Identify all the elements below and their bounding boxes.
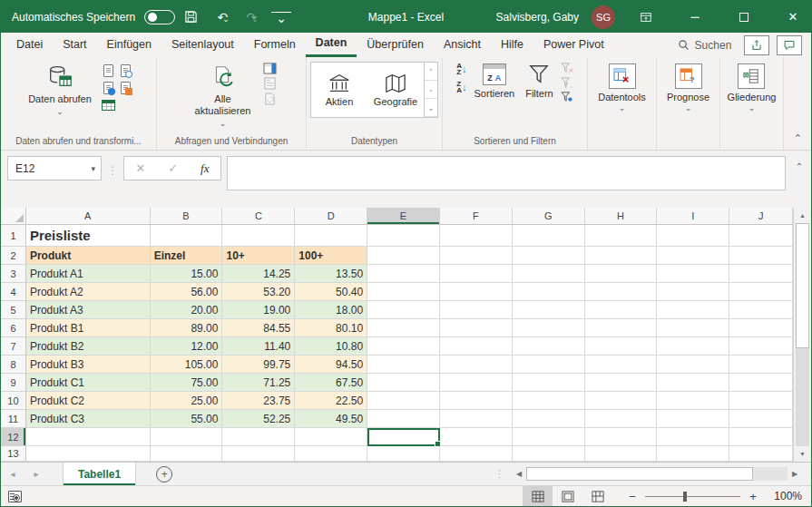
undo-button[interactable]: ↶⌄ <box>213 10 233 24</box>
cell-J12[interactable] <box>729 428 793 446</box>
edit-links-button[interactable] <box>263 93 277 105</box>
enter-icon[interactable]: ✓ <box>168 161 178 175</box>
cell-B4[interactable]: 56.00 <box>151 283 223 301</box>
column-header-D[interactable]: D <box>295 208 367 224</box>
cell-B5[interactable]: 20.00 <box>151 301 223 319</box>
cell-I4[interactable] <box>657 283 729 301</box>
cell-G12[interactable] <box>513 428 585 446</box>
sheet-tab-tabelle1[interactable]: Tabelle1 <box>63 463 136 485</box>
cell-A6[interactable]: Produkt B1 <box>26 319 151 337</box>
cell-A13[interactable] <box>26 446 151 462</box>
row-header-2[interactable]: 2 <box>1 247 26 265</box>
cell-C6[interactable]: 84.55 <box>222 319 295 337</box>
cell-C4[interactable]: 53.20 <box>222 283 295 301</box>
cell-J11[interactable] <box>729 410 793 428</box>
cell-I12[interactable] <box>657 428 729 446</box>
cell-C8[interactable]: 99.75 <box>222 356 295 374</box>
cell-J4[interactable] <box>729 283 793 301</box>
vertical-scroll-track[interactable] <box>796 348 809 446</box>
cell-C9[interactable]: 71.25 <box>222 374 295 392</box>
cell-B6[interactable]: 89.00 <box>151 319 223 337</box>
cell-B8[interactable]: 105.00 <box>151 356 223 374</box>
tab-start[interactable]: Start <box>53 33 96 57</box>
cell-E6[interactable] <box>367 319 440 337</box>
reapply-filter-button[interactable] <box>561 77 573 88</box>
from-table-range-button[interactable] <box>100 97 116 113</box>
column-header-C[interactable]: C <box>222 208 295 224</box>
cell-A4[interactable]: Produkt A2 <box>26 283 151 301</box>
new-sheet-button[interactable]: + <box>156 466 172 483</box>
column-header-J[interactable]: J <box>729 208 793 224</box>
cell-J10[interactable] <box>729 392 793 410</box>
cell-A9[interactable]: Produkt C1 <box>26 374 151 392</box>
cell-A1[interactable]: Preisliste <box>26 225 151 247</box>
cell-D3[interactable]: 13.50 <box>295 265 367 283</box>
cell-A3[interactable]: Produkt A1 <box>26 265 151 283</box>
collapse-ribbon-icon[interactable]: ⌃ <box>794 132 802 144</box>
cell-F7[interactable] <box>440 337 513 356</box>
cell-G3[interactable] <box>513 265 585 283</box>
name-box[interactable]: E12 ▾ <box>7 156 102 180</box>
data-tools-button[interactable]: Datentools ⌄ <box>594 62 650 115</box>
cell-E10[interactable] <box>367 392 440 410</box>
sort-az-button[interactable]: AZ↓ <box>456 63 466 75</box>
cell-H5[interactable] <box>585 301 658 319</box>
cell-H1[interactable] <box>585 225 658 247</box>
cell-J3[interactable] <box>729 265 793 283</box>
stocks-button[interactable]: Aktien <box>311 63 367 117</box>
cell-A10[interactable]: Produkt C2 <box>26 392 151 410</box>
cell-G8[interactable] <box>513 356 585 374</box>
row-header-12[interactable]: 12 <box>1 428 26 446</box>
search-box[interactable]: Suchen <box>678 39 732 52</box>
normal-view-button[interactable] <box>523 486 553 506</box>
cell-E7[interactable] <box>367 337 440 356</box>
zoom-slider-thumb[interactable] <box>683 492 687 502</box>
cell-C10[interactable]: 23.75 <box>222 392 295 410</box>
column-header-B[interactable]: B <box>151 208 223 224</box>
cell-F2[interactable] <box>440 247 513 265</box>
tab-überprüfen[interactable]: Überprüfen <box>357 33 434 57</box>
column-header-I[interactable]: I <box>657 208 729 224</box>
cell-H6[interactable] <box>585 319 658 337</box>
cell-A5[interactable]: Produkt A3 <box>26 301 151 319</box>
horizontal-scroll-track[interactable] <box>753 467 788 481</box>
row-header-13[interactable]: 13 <box>1 446 26 462</box>
cell-F11[interactable] <box>440 410 513 428</box>
cell-D11[interactable]: 49.50 <box>295 410 367 428</box>
sort-za-button[interactable]: ZA↓ <box>456 81 466 93</box>
cell-H12[interactable] <box>585 428 658 446</box>
cell-D9[interactable]: 67.50 <box>295 374 367 392</box>
cell-C13[interactable] <box>222 446 295 462</box>
cell-C11[interactable]: 52.25 <box>222 410 295 428</box>
cell-H11[interactable] <box>585 410 658 428</box>
ribbon-display-options-icon[interactable] <box>628 1 664 33</box>
page-layout-view-button[interactable] <box>553 486 582 506</box>
cell-A2[interactable]: Produkt <box>26 247 151 265</box>
cell-I2[interactable] <box>657 247 729 265</box>
cell-D13[interactable] <box>295 446 367 462</box>
vertical-scroll-thumb[interactable] <box>796 223 809 348</box>
cell-D2[interactable]: 100+ <box>295 247 367 265</box>
cell-I8[interactable] <box>657 356 729 374</box>
cell-H13[interactable] <box>585 446 658 462</box>
column-header-H[interactable]: H <box>585 208 658 224</box>
cell-D7[interactable]: 10.80 <box>295 337 367 356</box>
cell-E12[interactable] <box>367 428 440 446</box>
cell-D12[interactable] <box>295 428 367 446</box>
zoom-level[interactable]: 100% <box>766 490 802 502</box>
customize-qat-icon[interactable]: ⌄ <box>271 12 291 23</box>
tab-formeln[interactable]: Formeln <box>244 33 306 57</box>
scroll-down-icon[interactable]: ▼ <box>794 446 811 462</box>
cell-H9[interactable] <box>585 374 658 392</box>
cell-D1[interactable] <box>295 225 367 247</box>
scroll-up-icon[interactable]: ▲ <box>794 208 811 223</box>
row-header-4[interactable]: 4 <box>1 283 26 301</box>
cell-J1[interactable] <box>729 225 793 247</box>
cell-A7[interactable]: Produkt B2 <box>26 337 151 356</box>
row-header-1[interactable]: 1 <box>1 225 26 247</box>
minimize-button[interactable]: ─ <box>677 1 713 33</box>
insert-function-icon[interactable]: fx <box>201 161 209 176</box>
cell-E13[interactable] <box>367 446 440 462</box>
tab-seitenlayout[interactable]: Seitenlayout <box>161 33 244 57</box>
queries-connections-button[interactable] <box>263 63 277 74</box>
